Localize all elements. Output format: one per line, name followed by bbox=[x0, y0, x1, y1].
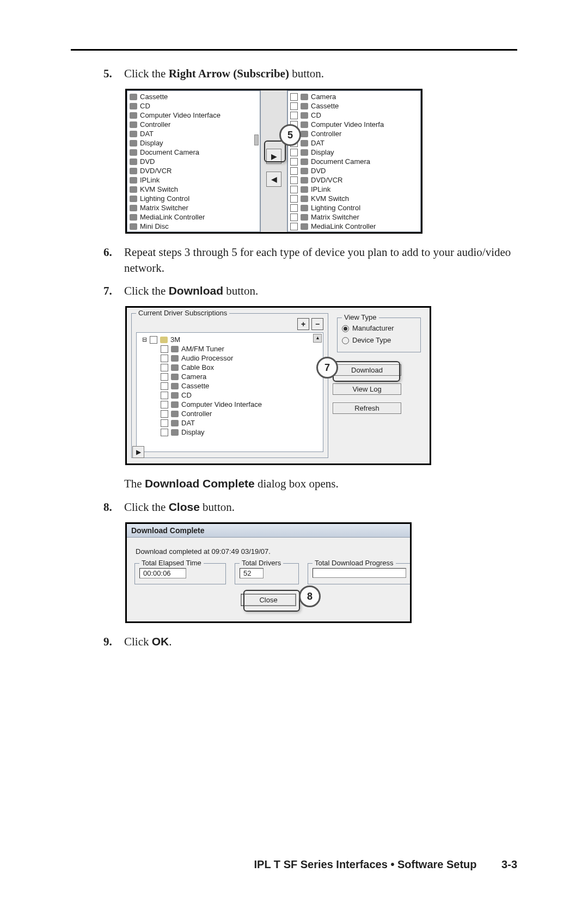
tree-item[interactable]: Computer Video Interface bbox=[130, 111, 258, 120]
tree-item[interactable]: Matrix Switcher bbox=[130, 203, 258, 212]
tree-item[interactable]: MediaLink Controller bbox=[130, 212, 258, 222]
checkbox-icon[interactable] bbox=[290, 167, 298, 175]
tree-item-label: Computer Video Interface bbox=[181, 400, 262, 409]
checkbox-icon[interactable] bbox=[290, 186, 298, 193]
checkbox-icon[interactable] bbox=[290, 204, 298, 212]
radio-manufacturer[interactable]: Manufacturer bbox=[342, 322, 416, 334]
tree-item[interactable]: MediaLink Controller bbox=[290, 222, 418, 231]
step-5-num: 5. bbox=[103, 66, 124, 81]
subscriptions-tree[interactable]: ▴ ⊟ 3M AM/FM TunerAudio ProcessorCable B… bbox=[136, 332, 323, 452]
elapsed-time-legend: Total Elapsed Time bbox=[139, 559, 204, 567]
checkbox-icon[interactable] bbox=[290, 213, 298, 221]
checkbox-icon[interactable] bbox=[161, 364, 168, 371]
tree-item[interactable]: DAT bbox=[290, 138, 418, 148]
tree-item[interactable]: CD bbox=[161, 391, 321, 400]
tree-item[interactable]: KVM Switch bbox=[130, 185, 258, 194]
device-icon bbox=[130, 121, 137, 128]
checkbox-icon[interactable] bbox=[161, 382, 168, 390]
step-7-text-a: Click the bbox=[124, 284, 169, 297]
tree-item[interactable]: Cassette bbox=[130, 92, 258, 101]
checkbox-icon[interactable] bbox=[161, 410, 168, 418]
device-icon bbox=[171, 401, 179, 408]
callout-frame-8 bbox=[243, 590, 300, 612]
checkbox-icon[interactable] bbox=[290, 112, 298, 119]
checkbox-icon[interactable] bbox=[290, 93, 298, 101]
tree-item[interactable]: DAT bbox=[130, 129, 258, 138]
tree-item[interactable]: Matrix Switcher bbox=[290, 212, 418, 222]
tree-item[interactable]: Controller bbox=[290, 129, 418, 138]
device-icon bbox=[130, 131, 137, 137]
tree-item[interactable]: AM/FM Tuner bbox=[161, 344, 321, 353]
tree-item[interactable]: IPLink bbox=[290, 185, 418, 194]
device-icon bbox=[130, 94, 137, 100]
tree-item[interactable]: Camera bbox=[161, 372, 321, 381]
tree-item-label: MediaLink Controller bbox=[140, 212, 205, 222]
corner-arrow-button[interactable]: ▶ bbox=[132, 446, 144, 458]
tree-item[interactable]: IPLink bbox=[130, 175, 258, 185]
tree-item[interactable]: CD bbox=[290, 111, 418, 120]
checkbox-icon[interactable] bbox=[161, 419, 168, 427]
expand-all-button[interactable]: + bbox=[297, 318, 309, 330]
tree-item[interactable]: Computer Video Interface bbox=[161, 400, 321, 409]
tree-item-label: Display bbox=[311, 148, 334, 157]
tree-item[interactable]: Lighting Control bbox=[290, 203, 418, 212]
tree-item-label: Matrix Switcher bbox=[140, 203, 188, 212]
callout-8: 8 bbox=[299, 585, 321, 607]
tree-item[interactable]: DVD bbox=[130, 157, 258, 166]
tree-item[interactable]: Display bbox=[290, 148, 418, 157]
tree-item[interactable]: Cassette bbox=[290, 101, 418, 111]
tree-item-label: Controller bbox=[181, 409, 212, 418]
tree-item[interactable]: Cable Box bbox=[161, 363, 321, 372]
checkbox-icon[interactable] bbox=[290, 158, 298, 166]
refresh-button[interactable]: Refresh bbox=[333, 402, 401, 414]
checkbox-icon[interactable] bbox=[290, 176, 298, 184]
scrollbar-grip[interactable] bbox=[254, 135, 259, 145]
checkbox-icon[interactable] bbox=[161, 345, 168, 353]
tree-item[interactable]: Controller bbox=[130, 120, 258, 129]
radio-device-type[interactable]: Device Type bbox=[342, 334, 416, 346]
callout-frame-5 bbox=[264, 141, 286, 162]
tree-left[interactable]: CassetteCDComputer Video InterfaceContro… bbox=[127, 90, 260, 232]
checkbox-icon[interactable] bbox=[161, 355, 168, 362]
tree-item[interactable]: Camera bbox=[290, 92, 418, 101]
unsubscribe-button[interactable]: ◀ bbox=[266, 172, 281, 187]
tree-item[interactable]: CD bbox=[130, 101, 258, 111]
checkbox-icon[interactable] bbox=[290, 232, 298, 233]
checkbox-icon[interactable] bbox=[290, 149, 298, 156]
tree-item[interactable]: Mini Disc bbox=[130, 222, 258, 231]
checkbox-icon[interactable] bbox=[161, 401, 168, 408]
tree-item[interactable]: DVD bbox=[290, 166, 418, 175]
checkbox-icon[interactable] bbox=[161, 429, 168, 436]
total-drivers-legend: Total Drivers bbox=[240, 559, 283, 567]
device-icon bbox=[301, 112, 308, 119]
tree-item[interactable]: Display bbox=[130, 138, 258, 148]
checkbox-icon[interactable] bbox=[290, 223, 298, 230]
device-icon bbox=[130, 214, 137, 221]
view-log-button[interactable]: View Log bbox=[333, 383, 401, 395]
tree-item[interactable]: Computer Video Interfa bbox=[290, 120, 418, 129]
checkbox-icon[interactable] bbox=[290, 195, 298, 203]
tree-item[interactable]: Lighting Control bbox=[130, 194, 258, 203]
tree-item[interactable]: Cassette bbox=[161, 381, 321, 391]
tree-item[interactable]: KVM Switch bbox=[290, 194, 418, 203]
tree-item[interactable]: Display bbox=[161, 428, 321, 437]
device-icon bbox=[130, 103, 137, 109]
collapse-all-button[interactable]: − bbox=[311, 318, 323, 330]
checkbox-icon[interactable] bbox=[290, 102, 298, 110]
dialog-title: Download Complete bbox=[127, 524, 410, 538]
device-icon bbox=[171, 374, 179, 380]
tree-item[interactable]: DVD/VCR bbox=[290, 175, 418, 185]
tree-item[interactable]: Mini Disc bbox=[290, 231, 418, 232]
tree-item[interactable]: Document Camera bbox=[130, 148, 258, 157]
tree-right[interactable]: CameraCassetteCDComputer Video InterfaCo… bbox=[287, 90, 421, 232]
checkbox-icon[interactable] bbox=[161, 373, 168, 381]
tree-item[interactable]: Controller bbox=[161, 409, 321, 418]
tree-item[interactable]: DAT bbox=[161, 418, 321, 428]
tree-item[interactable]: Audio Processor bbox=[161, 353, 321, 363]
scroll-up-icon[interactable]: ▴ bbox=[313, 334, 322, 343]
top-rule bbox=[71, 49, 517, 51]
tree-item[interactable]: DVD/VCR bbox=[130, 166, 258, 175]
tree-item[interactable]: Document Camera bbox=[290, 157, 418, 166]
tree-item-label: Lighting Control bbox=[140, 194, 189, 203]
checkbox-icon[interactable] bbox=[161, 392, 168, 399]
